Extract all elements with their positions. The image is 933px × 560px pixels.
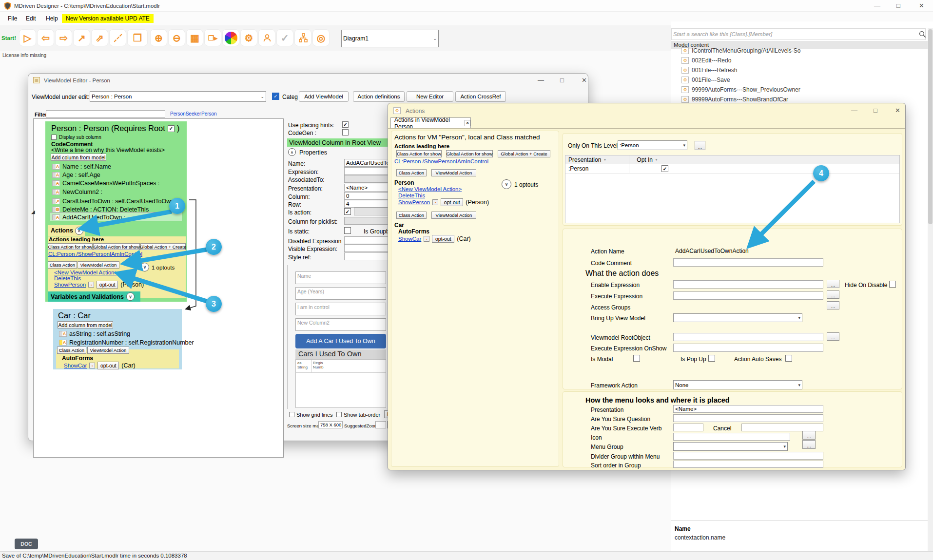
person-link[interactable]: Person (201, 111, 217, 116)
prop-presentation-field[interactable]: <Name> (344, 184, 388, 192)
level-more-button[interactable]: ... (695, 141, 705, 150)
isaction-checkbox[interactable] (344, 208, 351, 215)
showcar-link[interactable]: ShowCar (398, 236, 421, 242)
spiral-viewmodel-icon[interactable]: ◎ (312, 29, 330, 46)
opt-out-button[interactable]: opt-out (432, 235, 454, 243)
prop-column-field[interactable]: 0 (344, 192, 388, 200)
viewmodel-action-button[interactable]: ViewModel Action (431, 169, 476, 176)
class-action-button[interactable]: Class Action (396, 169, 427, 176)
optin-checkbox[interactable] (661, 165, 668, 172)
tab-close-icon[interactable]: ✕ (465, 120, 470, 126)
vm-column[interactable]: CarsIUsedToOwn : self.CarsIUsedToOwn (62, 198, 174, 205)
deletethis-link[interactable]: DeleteThis (398, 193, 425, 198)
validate-check-icon[interactable]: ✓ (276, 29, 293, 46)
add-column-button[interactable]: Add column from model (51, 154, 106, 161)
hide-on-disable-checkbox[interactable] (889, 281, 896, 288)
model-item[interactable]: ⚙001File---Refresh (681, 67, 737, 74)
action-auto-saves-checkbox[interactable] (785, 355, 792, 362)
vm-column[interactable]: Age : self.Age (62, 172, 100, 178)
showperson-link[interactable]: ShowPerson (54, 282, 86, 288)
is-popup-checkbox[interactable] (708, 355, 715, 362)
optout-state-icon[interactable]: ▪ (89, 363, 95, 368)
optout-state-icon[interactable]: ▪ (432, 199, 438, 205)
start-label[interactable]: Start! (1, 35, 16, 41)
isaction-extra-field[interactable] (354, 208, 388, 215)
chevron-down-icon[interactable]: ∨ (502, 179, 511, 189)
viewmodel-rootobject-field[interactable] (673, 333, 823, 341)
search-input[interactable]: Start a search like this [Class].[Member… (671, 28, 926, 40)
collapse-triangle-icon[interactable]: ◢ (31, 209, 35, 214)
maximize-button[interactable]: □ (560, 77, 564, 84)
vm-column[interactable]: NewColumn2 : (62, 189, 102, 195)
requires-root-checkbox[interactable] (168, 125, 175, 132)
new-viewmodel-action-link[interactable]: <New ViewModel Action> (54, 270, 117, 275)
doc-badge[interactable]: DOC (15, 539, 38, 549)
grid-col2-header[interactable]: Regis Numb (313, 361, 328, 369)
preview-age-input[interactable]: Age (Years) (295, 287, 386, 300)
preview-control-input[interactable]: I am in control (295, 303, 386, 315)
add-viewmodel-button[interactable]: Add ViewModel (299, 91, 349, 102)
viewmodel-action-button[interactable]: ViewModel Action (78, 261, 119, 269)
is-modal-checkbox[interactable] (633, 355, 640, 362)
opt-out-button[interactable]: opt-out (97, 362, 119, 369)
rootobject-more-button[interactable]: ... (827, 332, 839, 341)
new-editor-button[interactable]: New Editor (407, 91, 453, 102)
icon-more-button[interactable]: ... (802, 431, 816, 440)
grid-col1-header[interactable]: as String (297, 361, 310, 369)
prop-name-field[interactable]: AddACarIUsedTo (344, 159, 388, 167)
menu-edit[interactable]: Edit (26, 15, 36, 22)
viewmodel-under-edit-combo[interactable]: Person : Person⌄ (90, 91, 266, 102)
color-wheel-icon[interactable] (222, 29, 239, 46)
showcar-link[interactable]: ShowCar (64, 363, 87, 368)
suggested-zoom-field[interactable] (375, 421, 386, 428)
search-icon[interactable] (919, 31, 926, 38)
prop-picklist-field[interactable] (344, 217, 388, 225)
vm-column-selected[interactable]: AddACarIUsedToOwn : (62, 214, 125, 221)
prop-expression-field[interactable] (344, 167, 388, 175)
action-name-field[interactable]: AddACarIUsedToOwnAction (673, 247, 823, 255)
showperson-link[interactable]: ShowPerson (398, 199, 430, 205)
cancel-verb-field[interactable] (741, 424, 823, 431)
user-settings-icon[interactable] (258, 29, 275, 46)
cl-person-link[interactable]: CL:Person /ShowPersonIAmInControl (394, 158, 488, 164)
settings-gears-icon[interactable]: ⚙ (240, 29, 257, 46)
window-run-icon[interactable]: ❐▸ (204, 29, 221, 46)
class-action-button[interactable]: Class Action (48, 261, 77, 269)
minimize-button[interactable]: — (874, 2, 880, 9)
class-action-for-show-button[interactable]: Class Action for show (396, 150, 442, 157)
close-button[interactable]: ✕ (919, 2, 924, 9)
model-item[interactable]: ⚙IControlTheMenuGrouping/AtAllLevels-So (681, 47, 800, 54)
add-column-button[interactable]: Add column from model (58, 321, 113, 328)
model-item[interactable]: ⚙002Edit---Redo (681, 57, 731, 64)
car-viewmodel-panel[interactable]: Car : Car Add column from model AasStrin… (53, 309, 182, 369)
action-definitions-button[interactable]: Action definitions (353, 91, 405, 102)
bring-up-viewmodel-combo[interactable]: ▾ (673, 313, 802, 322)
optout-state-icon[interactable]: ▪ (424, 236, 429, 242)
are-you-sure-verb-field[interactable] (673, 424, 703, 431)
personseeker-link[interactable]: PersonSeeker (170, 111, 201, 116)
zoom-in-icon[interactable]: ⊕ (150, 29, 167, 46)
person-viewmodel-panel[interactable]: Person : Person (Requires Root ) Display… (45, 121, 187, 302)
placing-hints-checkbox[interactable] (342, 121, 349, 128)
show-tab-order-checkbox[interactable] (336, 412, 342, 417)
actions-chip[interactable]: Actions ∧ (48, 225, 85, 236)
sort-order-field[interactable] (673, 461, 823, 468)
framework-action-combo[interactable]: None▾ (673, 380, 802, 389)
model-item[interactable]: ⚙001File---Save (681, 77, 730, 83)
navigate-forward-icon[interactable]: ⇨ (55, 29, 72, 46)
execute-expression-field[interactable] (673, 291, 823, 300)
categ-checkbox[interactable] (272, 93, 279, 100)
action-crossref-button[interactable]: Action CrossRef (455, 91, 506, 102)
menu-presentation-field[interactable]: <Name> (673, 405, 823, 413)
maximize-button[interactable]: □ (874, 107, 877, 114)
only-on-level-combo[interactable]: :Person▾ (618, 140, 687, 150)
optout-state-icon[interactable]: ▪ (88, 282, 94, 288)
code-comment-field[interactable] (673, 258, 823, 267)
actions-tab[interactable]: Actions in ViewModel Person ✕ (390, 117, 471, 128)
menu-help[interactable]: Help (46, 15, 58, 22)
divider-group-field[interactable] (673, 452, 823, 460)
navigate-back-icon[interactable]: ⇦ (37, 29, 54, 46)
dashed-line-icon[interactable] (109, 29, 126, 46)
sidebar-scrollbar[interactable] (928, 28, 933, 551)
enable-more-button[interactable]: ... (827, 280, 839, 288)
